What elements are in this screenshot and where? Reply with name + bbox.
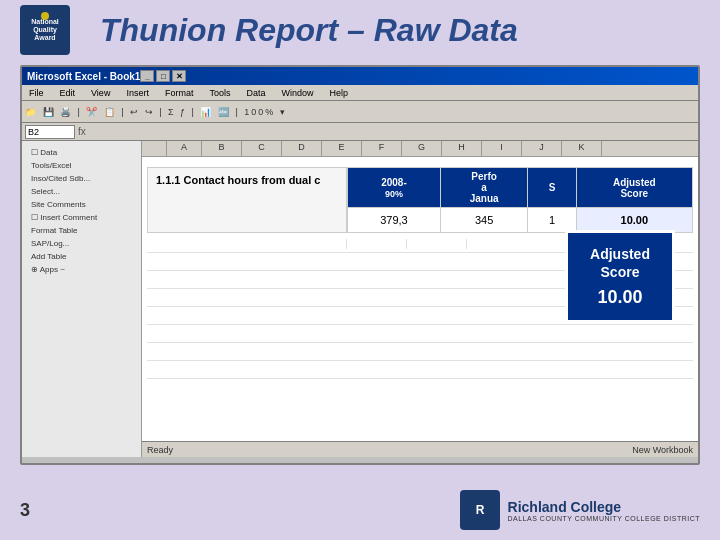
cell-s: 1 [528,208,576,233]
status-text: Ready [147,445,173,455]
college-logo: R [460,490,500,530]
col-header-s: S [528,168,576,208]
excel-title-text: Microsoft Excel - Book1 [27,71,140,82]
col-header-i: I [482,141,522,156]
col-header-c: C [242,141,282,156]
sidebar-item-addtable[interactable]: Add Table [27,250,136,263]
col-header-adjusted: AdjustedScore [576,168,692,208]
adjusted-score-label: AdjustedScore [586,245,654,281]
sheet-tab-label: New Workbook [632,445,693,455]
nqa-logo: National Quality Award [20,5,70,55]
college-text: Richland College Dallas County Community… [508,499,700,522]
formula-equals: fx [78,126,86,137]
col-header-year: 2008- 90% [348,168,441,208]
toolbar-icons: 📁 💾 🖨️ | ✂️ 📋 | ↩ ↪ | Σ ƒ | 📊 🔤 | 100% ▾ [25,107,287,117]
minimize-button[interactable]: _ [140,70,154,82]
name-box[interactable] [25,125,75,139]
menu-insert[interactable]: Insert [122,87,153,99]
page-title: Thunion Report – Raw Data [100,12,518,49]
maximize-button[interactable]: □ [156,70,170,82]
sidebar-item-insert-comment[interactable]: ☐ Insert Comment [27,211,136,224]
page-number: 3 [20,500,30,521]
svg-point-4 [41,12,49,20]
sidebar-item-apps[interactable]: ⊕ Apps ~ [27,263,136,276]
col-header-j: J [522,141,562,156]
col-header-f: F [362,141,402,156]
empty-row-7 [147,343,693,361]
empty-row-8 [147,361,693,379]
menu-help[interactable]: Help [325,87,352,99]
excel-menubar: File Edit View Insert Format Tools Data … [22,85,698,101]
empty-row-6 [147,325,693,343]
sidebar-item-saplog[interactable]: SAP/Log... [27,237,136,250]
menu-format[interactable]: Format [161,87,198,99]
college-logo-area: R Richland College Dallas County Communi… [460,490,700,530]
col-header-h: H [442,141,482,156]
sidebar-item-inso[interactable]: Inso/Cited Sdb... [27,172,136,185]
menu-edit[interactable]: Edit [56,87,80,99]
excel-window-controls[interactable]: _ □ ✕ [140,70,186,82]
logo-area: National Quality Award [20,5,70,55]
college-name: Richland College [508,499,700,515]
col-header-e: E [322,141,362,156]
row-label-header: 1.1.1 Contact hours from dual c [147,167,347,233]
column-headers: A B C D E F G H I J K [142,141,698,157]
cell-perf: 345 [440,208,527,233]
sidebar-item-format-table[interactable]: Format Table [27,224,136,237]
cell-adjusted-score: 10.00 [576,208,692,233]
excel-titlebar: Microsoft Excel - Book1 _ □ ✕ [22,67,698,85]
menu-view[interactable]: View [87,87,114,99]
sidebar-item-toolsexcel[interactable]: Tools/Excel [27,159,136,172]
sidebar-item-data[interactable]: ☐ Data [27,146,136,159]
col-header-b: B [202,141,242,156]
adjusted-score-value: 10.00 [586,287,654,308]
excel-toolbar: 📁 💾 🖨️ | ✂️ 📋 | ↩ ↪ | Σ ƒ | 📊 🔤 | 100% ▾ [22,101,698,123]
adjusted-score-overlay: AdjustedScore 10.00 [565,230,675,323]
cell-year: 379,3 [348,208,441,233]
col-header-row [142,141,167,156]
menu-data[interactable]: Data [242,87,269,99]
data-table: 2008- 90% PerfoaJanua S A [347,167,693,233]
svg-text:Quality: Quality [33,26,57,34]
page-footer: 3 R Richland College Dallas County Commu… [0,490,720,530]
svg-text:Award: Award [34,34,55,41]
menu-tools[interactable]: Tools [205,87,234,99]
menu-window[interactable]: Window [277,87,317,99]
svg-text:R: R [475,503,484,517]
page-header: National Quality Award Thunion Report – … [0,0,720,60]
col-header-perf: PerfoaJanua [440,168,527,208]
formula-bar: fx [22,123,698,141]
data-header-row: 1.1.1 Contact hours from dual c 2008- 90… [147,167,693,233]
excel-status-bar: Ready New Workbook [142,441,698,457]
excel-sidebar: ☐ Data Tools/Excel Inso/Cited Sdb... Sel… [22,141,142,457]
menu-file[interactable]: File [25,87,48,99]
sub-pct: 90% [385,189,403,199]
college-district: Dallas County Community College District [508,515,700,522]
col-header-a: A [167,141,202,156]
col-header-k: K [562,141,602,156]
col-header-d: D [282,141,322,156]
sidebar-item-comments[interactable]: Site Comments [27,198,136,211]
col-header-g: G [402,141,442,156]
sidebar-item-select[interactable]: Select... [27,185,136,198]
close-button[interactable]: ✕ [172,70,186,82]
